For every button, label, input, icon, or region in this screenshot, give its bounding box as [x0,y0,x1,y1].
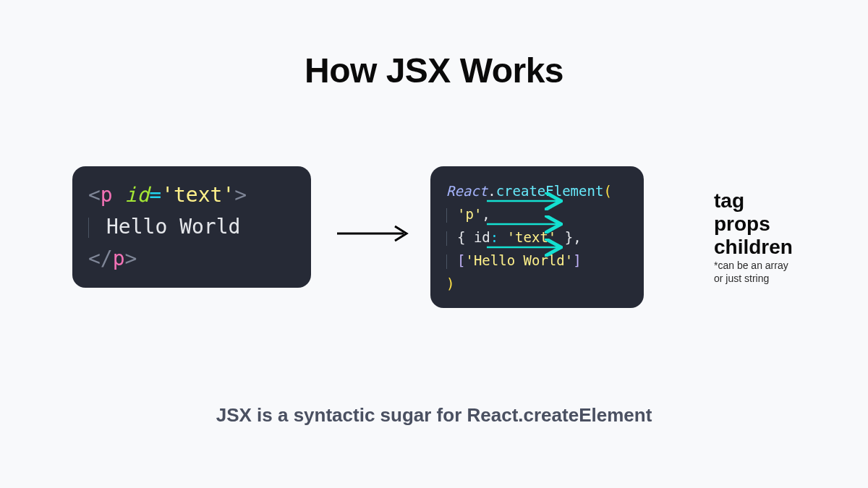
jsx-line-2: Hello World [88,211,295,243]
angle-close: > [234,183,247,207]
paren-close: ) [446,275,454,291]
jsx-line-1: <p id='text'> [88,179,295,211]
react-obj: React [446,183,488,199]
angle-close-close: > [125,247,137,270]
indent-guide [446,231,447,246]
annotation-arrows-icon [487,189,660,291]
angle-open: < [88,183,101,207]
indent-guide [446,208,447,223]
jsx-line-3: </p> [88,243,295,275]
bracket-open: [ [457,252,465,268]
eq-op: = [149,183,161,207]
jsx-content: Hello World [106,215,240,239]
annotation-tag: tag [714,189,744,213]
space [113,183,125,207]
diagram-caption: JSX is a syntactic sugar for React.creat… [0,404,868,427]
brace-open: { [457,229,474,245]
react-arg-tag: 'p' [457,206,482,222]
indent-guide [88,218,89,238]
diagram-title: How JSX Works [0,51,868,90]
annotation-note: *can be an arrayor just string [714,259,788,285]
transform-arrow-icon [334,223,414,244]
annotation-children: children [714,236,793,259]
angle-close-open: </ [88,247,113,270]
jsx-tag: p [101,183,113,207]
jsx-code-box: <p id='text'> Hello World </p> [72,166,311,288]
indent-guide [446,254,447,269]
annotation-props: props [714,213,770,236]
jsx-attr-name: id [125,183,150,207]
jsx-attr-value: 'text' [161,183,234,207]
jsx-close-tag: p [113,247,125,270]
